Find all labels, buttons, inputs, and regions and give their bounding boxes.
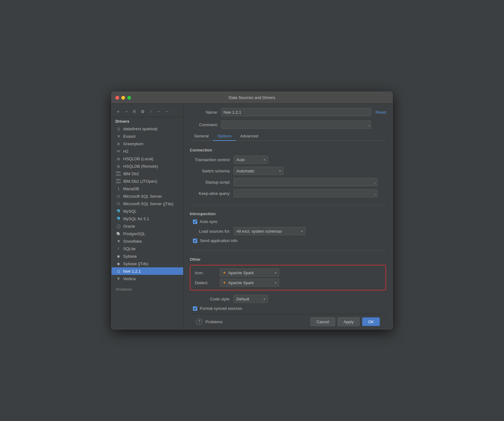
switch-schema-row: Switch schema: Automatic ▾	[190, 167, 386, 175]
sidebar-item-h2[interactable]: H2 H2	[112, 147, 183, 155]
load-sources-label: Load sources for:	[190, 229, 230, 234]
content-area: + − ⎘ ⚙ ↑ ← → Drivers ◻ datadirect spark…	[112, 104, 392, 329]
comment-row: Comment: ⤢	[190, 121, 386, 129]
sidebar-item-mysql[interactable]: 🐬 MySQL	[112, 207, 183, 215]
resize-icon: ⤢	[367, 124, 370, 127]
move-up-button[interactable]: ↑	[147, 108, 154, 115]
sidebar-item-greenplum[interactable]: ◎ Greenplum	[112, 140, 183, 147]
reset-button[interactable]: Reset	[375, 110, 386, 115]
sidebar-item-sqlite[interactable]: / SQLite	[112, 245, 183, 252]
tabs: General Options Advanced	[190, 132, 386, 141]
copy-button[interactable]: ⎘	[131, 108, 138, 115]
add-button[interactable]: +	[115, 108, 122, 115]
sidebar-item-label: SQLite	[123, 246, 136, 251]
maximize-button[interactable]	[127, 96, 131, 100]
icon-star: ✦	[223, 270, 226, 275]
ibm-db2-icon: IBMDB2	[116, 171, 121, 176]
sidebar-item-snowflake[interactable]: ❄ Snowflake	[112, 237, 183, 245]
sidebar-item-label: HSQLDB (Remote)	[123, 164, 158, 169]
sidebar-item-datadirect-sparksql[interactable]: ◻ datadirect sparksql	[112, 125, 183, 132]
icon-value: Apache Spark	[228, 270, 254, 275]
comment-input[interactable]	[221, 121, 371, 129]
load-sources-dropdown[interactable]: All excl. system schemas ▾	[234, 227, 305, 235]
dialect-star: ✦	[223, 280, 226, 285]
main-window: Data Sources and Drivers + − ⎘ ⚙ ↑ ← → D…	[111, 92, 393, 329]
divider-1	[190, 205, 386, 205]
sidebar-item-oracle[interactable]: ◯ Oracle	[112, 222, 183, 230]
sidebar-item-mariadb[interactable]: ⟆ MariaDB	[112, 185, 183, 192]
window-title: Data Sources and Drivers	[229, 95, 275, 100]
sidebar-item-hive[interactable]: ◻ hive 1.2.1	[112, 267, 183, 275]
hsqldb-remote-icon: ◎	[116, 164, 121, 169]
sidebar-item-vertica[interactable]: V Vertica	[112, 275, 183, 282]
mssql-jtds-icon: ⬡	[116, 201, 121, 206]
sidebar-item-mysql-51[interactable]: 🐬 MySQL for 5.1	[112, 215, 183, 222]
sybase-jtds-icon: ◉	[116, 261, 121, 266]
sidebar-item-label: MariaDB	[123, 186, 139, 191]
sqlite-icon: /	[116, 246, 121, 251]
apply-button[interactable]: Apply	[338, 317, 360, 326]
sidebar-item-label: PostgreSQL	[123, 231, 145, 236]
close-button[interactable]	[115, 96, 119, 100]
icon-row: Icon: ✦ Apache Spark ▾	[195, 269, 381, 277]
sidebar-item-sybase-jtds[interactable]: ◉ Sybase (jTds)	[112, 260, 183, 267]
sidebar-item-label: Greenplum	[123, 141, 143, 146]
transaction-dropdown[interactable]: Auto ▾	[234, 156, 268, 164]
sidebar-item-label: IBM Db2 (JTOpen)	[123, 179, 157, 184]
send-app-info-checkbox[interactable]	[193, 239, 197, 243]
transaction-control-row: Transaction control: Auto ▾	[190, 156, 386, 164]
sidebar-item-mssql[interactable]: ⬡ Microsoft SQL Server	[112, 192, 183, 200]
sidebar-item-ibm-db2[interactable]: IBMDB2 IBM Db2	[112, 170, 183, 177]
sidebar-item-label: Microsoft SQL Server	[123, 194, 162, 199]
sidebar-item-hsqldb-local[interactable]: ◎ HSQLDB (Local)	[112, 155, 183, 162]
code-style-dropdown[interactable]: Default ▾	[234, 295, 268, 303]
transaction-label: Transaction control:	[190, 157, 230, 162]
mariadb-icon: ⟆	[116, 186, 121, 191]
tab-options[interactable]: Options	[213, 132, 236, 141]
tab-advanced[interactable]: Advanced	[236, 132, 263, 141]
titlebar: Data Sources and Drivers	[112, 92, 392, 104]
transaction-value: Auto	[236, 157, 245, 162]
sidebar-item-label: hive 1.2.1	[123, 269, 141, 274]
sidebar-item-label: Oracle	[123, 224, 135, 229]
format-synced-row: Format synced sources	[190, 306, 386, 311]
sidebar-item-exasol[interactable]: ✕ Exasol	[112, 132, 183, 140]
datadirect-icon: ◻	[116, 126, 121, 131]
icon-dropdown[interactable]: ✦ Apache Spark ▾	[220, 269, 279, 277]
settings-button[interactable]: ⚙	[139, 108, 146, 115]
keepalive-label: Keep-alive query:	[190, 191, 230, 196]
auto-sync-checkbox[interactable]	[193, 220, 197, 224]
sidebar-item-ibm-db2-jtopen[interactable]: IBMDB2 IBM Db2 (JTOpen)	[112, 177, 183, 185]
vertica-icon: V	[116, 276, 121, 281]
sidebar-item-label: Sybase (jTds)	[123, 261, 148, 266]
ok-button[interactable]: OK	[362, 317, 380, 326]
sidebar-item-postgresql[interactable]: 🐘 PostgreSQL	[112, 230, 183, 237]
startup-resize-icon: ⤢	[374, 181, 376, 185]
name-input[interactable]	[221, 108, 371, 116]
sidebar-item-hsqldb-remote[interactable]: ◎ HSQLDB (Remote)	[112, 162, 183, 170]
dialect-dropdown[interactable]: ✦ Apache Spark ▾	[220, 279, 279, 287]
nav-fwd-button[interactable]: →	[164, 108, 170, 115]
cancel-button[interactable]: Cancel	[310, 317, 335, 326]
code-style-value: Default	[236, 297, 249, 301]
load-sources-value: All excl. system schemas	[236, 229, 282, 234]
problems-label: Problems	[112, 285, 183, 294]
name-label: Name:	[190, 110, 218, 115]
load-sources-row: Load sources for: All excl. system schem…	[190, 227, 386, 235]
sidebar-item-label: HSQLDB (Local)	[123, 156, 154, 161]
help-button[interactable]: ?	[196, 319, 202, 325]
tab-general[interactable]: General	[190, 132, 213, 141]
switch-schema-label: Switch schema:	[190, 169, 230, 173]
keepalive-input[interactable]	[234, 189, 377, 197]
format-synced-checkbox[interactable]	[193, 306, 197, 311]
auto-sync-row: Auto sync	[190, 219, 386, 224]
nav-back-button[interactable]: ←	[155, 108, 162, 115]
send-app-info-row: Send application info	[190, 238, 386, 243]
sidebar-item-mssql-jtds[interactable]: ⬡ Microsoft SQL Server (jTds)	[112, 200, 183, 207]
startup-script-input[interactable]	[234, 178, 377, 186]
mssql-icon: ⬡	[116, 194, 121, 199]
switch-schema-dropdown[interactable]: Automatic ▾	[234, 167, 284, 175]
minimize-button[interactable]	[121, 96, 125, 100]
remove-button[interactable]: −	[123, 108, 130, 115]
sidebar-item-sybase[interactable]: ◉ Sybase	[112, 252, 183, 260]
